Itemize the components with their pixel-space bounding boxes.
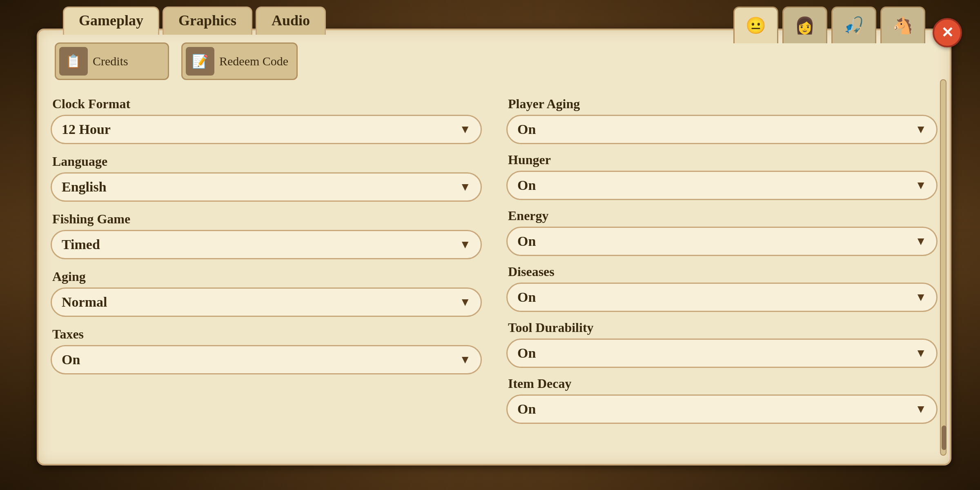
right-dropdown-value-0: On — [517, 122, 536, 137]
right-dropdown-arrow-5: ▼ — [915, 403, 927, 416]
left-setting-4: TaxesOn▼ — [51, 327, 482, 374]
char-icon-1[interactable]: 👩 — [782, 7, 827, 43]
right-setting-0: Player AgingOn▼ — [506, 96, 938, 144]
left-setting-3: AgingNormal▼ — [51, 269, 482, 317]
right-setting-label-3: Diseases — [506, 264, 938, 279]
left-dropdown-value-0: 12 Hour — [62, 122, 111, 137]
right-dropdown-arrow-4: ▼ — [915, 347, 927, 360]
left-setting-label-0: Clock Format — [51, 96, 482, 111]
right-dropdown-value-3: On — [517, 290, 536, 305]
right-dropdown-value-4: On — [517, 345, 536, 361]
credits-label: Credits — [93, 54, 128, 68]
right-dropdown-1[interactable]: On▼ — [506, 171, 938, 200]
left-setting-2: Fishing GameTimed▼ — [51, 212, 482, 259]
left-dropdown-value-3: Normal — [62, 294, 107, 310]
credits-icon: 📋 — [59, 47, 88, 76]
right-dropdown-value-5: On — [517, 401, 536, 417]
right-dropdown-3[interactable]: On▼ — [506, 283, 938, 312]
left-dropdown-0[interactable]: 12 Hour▼ — [51, 115, 482, 144]
right-dropdown-value-2: On — [517, 234, 536, 249]
left-setting-label-4: Taxes — [51, 327, 482, 342]
left-dropdown-value-1: English — [62, 179, 107, 195]
left-dropdown-value-4: On — [62, 352, 80, 368]
settings-panel: Gameplay Graphics Audio 😐 👩 🎣 🐴 ✕ 📋 Cred… — [37, 29, 951, 466]
left-setting-label-3: Aging — [51, 269, 482, 284]
panel-content: 📋 Credits 📝 Redeem Code Clock Format12 H… — [51, 42, 938, 452]
right-setting-label-2: Energy — [506, 208, 938, 223]
top-buttons: 📋 Credits 📝 Redeem Code — [51, 42, 938, 80]
right-setting-label-1: Hunger — [506, 152, 938, 167]
char-icon-2[interactable]: 🎣 — [831, 7, 876, 43]
right-setting-5: Item DecayOn▼ — [506, 376, 938, 424]
redeem-code-button[interactable]: 📝 Redeem Code — [181, 42, 298, 80]
right-setting-label-0: Player Aging — [506, 96, 938, 111]
left-dropdown-1[interactable]: English▼ — [51, 172, 482, 202]
credits-button[interactable]: 📋 Credits — [55, 42, 169, 80]
right-dropdown-arrow-2: ▼ — [915, 235, 927, 248]
left-dropdown-2[interactable]: Timed▼ — [51, 230, 482, 259]
left-dropdown-arrow-1: ▼ — [459, 180, 471, 194]
char-icon-0[interactable]: 😐 — [733, 7, 778, 43]
right-dropdown-arrow-3: ▼ — [915, 291, 927, 304]
right-setting-1: HungerOn▼ — [506, 152, 938, 200]
tab-audio[interactable]: Audio — [256, 7, 326, 35]
right-dropdown-4[interactable]: On▼ — [506, 339, 938, 368]
scrollbar-thumb[interactable] — [942, 425, 947, 450]
right-dropdown-arrow-0: ▼ — [915, 123, 927, 136]
character-icons: 😐 👩 🎣 🐴 — [733, 7, 925, 43]
right-column: Player AgingOn▼HungerOn▼EnergyOn▼Disease… — [506, 96, 938, 452]
right-setting-2: EnergyOn▼ — [506, 208, 938, 256]
left-dropdown-arrow-3: ▼ — [459, 296, 471, 309]
settings-columns: Clock Format12 Hour▼LanguageEnglish▼Fish… — [51, 96, 938, 452]
right-dropdown-2[interactable]: On▼ — [506, 227, 938, 256]
right-setting-3: DiseasesOn▼ — [506, 264, 938, 312]
tab-graphics-label: Graphics — [178, 12, 236, 29]
tab-gameplay-label: Gameplay — [79, 12, 143, 29]
left-setting-label-2: Fishing Game — [51, 212, 482, 227]
scrollbar[interactable] — [940, 79, 947, 456]
redeem-icon: 📝 — [186, 47, 214, 76]
left-dropdown-arrow-2: ▼ — [459, 238, 471, 251]
left-setting-label-1: Language — [51, 154, 482, 169]
right-setting-label-4: Tool Durability — [506, 320, 938, 335]
left-dropdown-value-2: Timed — [62, 237, 100, 252]
redeem-code-label: Redeem Code — [219, 54, 288, 68]
tab-graphics[interactable]: Graphics — [163, 7, 252, 35]
tab-bar: Gameplay Graphics Audio — [63, 7, 326, 35]
left-column: Clock Format12 Hour▼LanguageEnglish▼Fish… — [51, 96, 482, 452]
right-dropdown-0[interactable]: On▼ — [506, 115, 938, 144]
right-dropdown-arrow-1: ▼ — [915, 179, 927, 192]
char-icon-3[interactable]: 🐴 — [880, 7, 925, 43]
left-dropdown-arrow-4: ▼ — [459, 353, 471, 366]
left-setting-0: Clock Format12 Hour▼ — [51, 96, 482, 144]
tab-gameplay[interactable]: Gameplay — [63, 7, 159, 35]
left-dropdown-4[interactable]: On▼ — [51, 345, 482, 374]
right-dropdown-5[interactable]: On▼ — [506, 394, 938, 424]
right-dropdown-value-1: On — [517, 178, 536, 193]
tab-audio-label: Audio — [272, 12, 310, 29]
close-button[interactable]: ✕ — [933, 18, 962, 47]
right-setting-label-5: Item Decay — [506, 376, 938, 391]
right-setting-4: Tool DurabilityOn▼ — [506, 320, 938, 368]
left-dropdown-3[interactable]: Normal▼ — [51, 287, 482, 317]
close-icon: ✕ — [941, 24, 953, 41]
left-setting-1: LanguageEnglish▼ — [51, 154, 482, 202]
left-dropdown-arrow-0: ▼ — [459, 123, 471, 136]
